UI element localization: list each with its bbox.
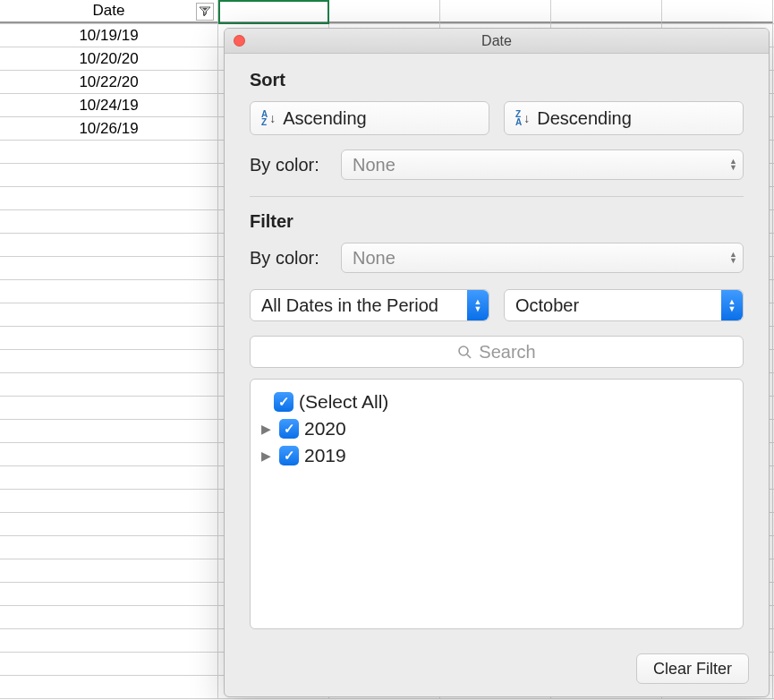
sort-by-color-select[interactable]: None ▲▼ [341,149,744,180]
filter-by-color-label: By color: [250,248,328,269]
filter-value-tree[interactable]: ✓ (Select All) ▶ ✓ 2020 ▶ ✓ 2019 [250,379,744,629]
tree-select-all[interactable]: ✓ (Select All) [258,388,736,415]
header-cell[interactable] [662,0,773,23]
checkbox-checked-icon[interactable]: ✓ [279,419,299,439]
sort-az-icon: AZ ↓ [261,110,276,126]
dialog-title: Date [225,33,769,49]
tree-item-label: 2020 [304,418,346,440]
stepper-icon: ▲▼ [729,252,737,264]
sort-heading: Sort [250,70,744,90]
stepper-icon: ▲▼ [729,158,737,171]
date-period-value: All Dates in the Period [261,295,438,316]
dialog-titlebar[interactable]: Date [225,29,769,54]
tree-item-2019[interactable]: ▶ ✓ 2019 [258,442,736,469]
autofilter-dialog: Date Sort AZ ↓ Ascending ZA ↓ Descending [224,28,770,697]
search-icon [457,345,472,360]
chevron-updown-icon: ▲▼ [467,290,489,320]
header-cell[interactable] [329,0,440,23]
tree-select-all-label: (Select All) [299,391,388,413]
data-cell[interactable]: 10/19/19 [0,24,218,47]
clear-filter-button[interactable]: Clear Filter [636,653,749,684]
checkbox-checked-icon[interactable]: ✓ [279,446,299,465]
svg-line-2 [467,354,471,358]
filter-search-input[interactable]: Search [250,336,744,368]
tree-item-label: 2019 [304,445,346,466]
header-cell-date[interactable]: Date [0,0,218,23]
sort-by-color-label: By color: [250,155,328,175]
filter-by-color-select[interactable]: None ▲▼ [341,243,744,273]
svg-point-1 [459,346,468,355]
sort-by-color-value: None [353,155,396,175]
search-placeholder: Search [479,342,535,363]
sort-ascending-button[interactable]: AZ ↓ Ascending [250,101,489,135]
header-cell[interactable] [218,0,329,23]
tree-item-2020[interactable]: ▶ ✓ 2020 [258,415,736,442]
filter-dropdown-icon[interactable] [196,3,214,21]
disclosure-right-icon[interactable]: ▶ [261,422,274,436]
date-period-select[interactable]: All Dates in the Period ▲▼ [250,289,489,321]
header-cell[interactable] [440,0,551,23]
data-cell[interactable]: 10/26/19 [0,117,218,140]
checkbox-checked-icon[interactable]: ✓ [274,392,293,412]
divider [250,196,744,197]
header-cell[interactable] [551,0,662,23]
sort-descending-label: Descending [537,108,632,129]
filter-by-color-value: None [353,248,396,269]
close-icon[interactable] [234,35,245,47]
chevron-updown-icon: ▲▼ [721,290,743,320]
disclosure-right-icon[interactable]: ▶ [261,448,274,463]
month-select[interactable]: October ▲▼ [504,289,744,321]
sort-descending-button[interactable]: ZA ↓ Descending [504,101,744,135]
data-cell[interactable]: 10/22/20 [0,71,218,93]
filter-heading: Filter [250,211,744,232]
data-cell[interactable]: 10/24/19 [0,94,218,116]
grid-header-row: Date [0,0,774,24]
data-cell[interactable]: 10/20/20 [0,47,218,70]
month-value: October [515,295,579,316]
header-label: Date [93,2,125,20]
sort-za-icon: ZA ↓ [515,110,530,126]
sort-ascending-label: Ascending [283,108,366,129]
